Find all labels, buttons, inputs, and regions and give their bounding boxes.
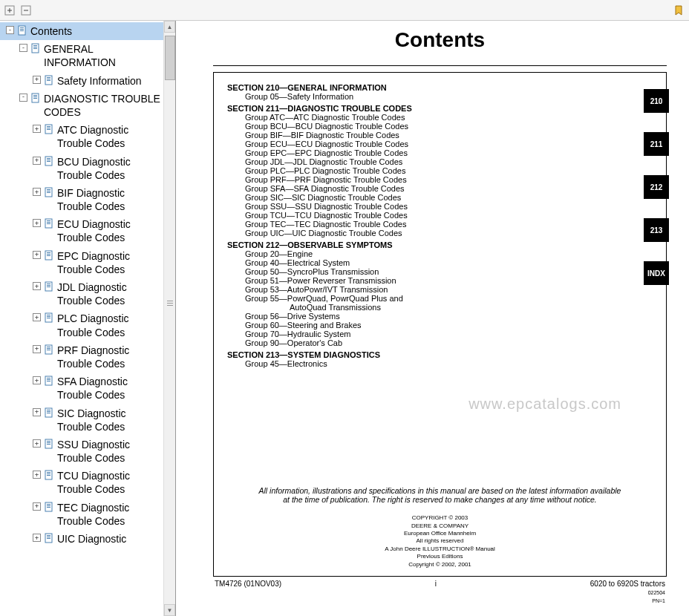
svg-rect-70 (47, 504, 50, 505)
svg-rect-44 (47, 286, 50, 287)
tree-item-label: JDL Diagnostic Trouble Codes (57, 281, 160, 307)
expand-icon[interactable]: + (33, 282, 41, 290)
document-icon (44, 312, 54, 323)
svg-rect-50 (47, 347, 50, 347)
group-line: AutoQuad Transmissions (227, 303, 653, 312)
page-area[interactable]: Contents SECTION 210—GENERAL INFORMATION… (176, 21, 689, 616)
section-tab-210[interactable]: 210 (644, 89, 669, 113)
tree-item[interactable]: +SIC Diagnostic Trouble Codes (0, 404, 163, 436)
page-body: SECTION 210—GENERAL INFORMATIONGroup 05—… (213, 72, 667, 577)
bookmark-options-icon[interactable] (673, 4, 686, 17)
expand-icon[interactable]: + (33, 125, 41, 133)
expand-icon[interactable]: + (33, 313, 41, 321)
expand-icon[interactable]: + (33, 439, 41, 448)
tree-item[interactable]: -GENERAL INFORMATION (0, 40, 163, 71)
collapse-all-icon[interactable] (19, 4, 33, 17)
section-tab-indx[interactable]: INDX (644, 261, 669, 285)
expand-icon[interactable]: + (33, 219, 41, 227)
collapse-icon[interactable]: - (6, 26, 14, 34)
document-icon (44, 407, 54, 418)
tree-item[interactable]: +ECU Diagnostic Trouble Codes (0, 215, 163, 246)
group-line: Group EPC—EPC Diagnostic Trouble Codes (227, 148, 653, 157)
copyright-line: Copyright © 2002, 2001 (227, 561, 653, 569)
svg-rect-64 (47, 444, 50, 445)
svg-rect-38 (47, 252, 50, 253)
tree-item[interactable]: +JDL Diagnostic Trouble Codes (0, 278, 163, 309)
scroll-up-arrow[interactable]: ▲ (164, 21, 175, 33)
copyright-line: European Office Mannheim (227, 530, 653, 537)
svg-rect-56 (47, 381, 50, 381)
tree-item[interactable]: +SFA Diagnostic Trouble Codes (0, 373, 163, 404)
svg-rect-32 (47, 192, 50, 193)
tree-item-label: TEC Diagnostic Trouble Codes (57, 501, 160, 528)
expand-icon[interactable]: + (33, 251, 41, 259)
section-tab-212[interactable]: 212 (644, 175, 669, 199)
expand-icon[interactable]: + (33, 376, 41, 384)
expand-icon[interactable]: + (33, 534, 41, 542)
section-heading: SECTION 212—OBSERVABLE SYMPTOMS (227, 240, 653, 249)
tree-item[interactable]: +EPC Diagnostic Trouble Codes (0, 247, 163, 278)
watermark: www.epcatalogs.com (468, 396, 621, 413)
svg-rect-62 (47, 441, 50, 442)
sidebar-scrollbar[interactable]: ▲ ▼ (163, 21, 175, 616)
scrollbar-thumb[interactable] (165, 36, 175, 80)
svg-rect-51 (47, 348, 50, 349)
group-line: Group 70—Hydraulic System (227, 330, 653, 338)
group-line: Group 56—Drive Systems (227, 312, 653, 321)
document-icon (44, 439, 54, 449)
tree-item-label: ECU Diagnostic Trouble Codes (57, 217, 160, 244)
collapse-icon[interactable]: - (19, 94, 27, 102)
tree-item[interactable]: +SSU Diagnostic Trouble Codes (0, 436, 163, 467)
group-line: Group 60—Steering and Brakes (227, 321, 653, 330)
svg-rect-10 (33, 45, 37, 46)
tree-item[interactable]: -Contents (0, 22, 163, 40)
tree-item-label: ATC Diagnostic Trouble Codes (57, 123, 160, 150)
svg-rect-22 (47, 126, 50, 127)
scroll-down-arrow[interactable]: ▼ (164, 604, 175, 616)
tree-item[interactable]: +UIC Diagnostic (0, 530, 163, 548)
collapse-icon[interactable]: - (19, 44, 27, 52)
svg-rect-23 (47, 128, 50, 128)
tree-item[interactable]: +PLC Diagnostic Trouble Codes (0, 309, 163, 341)
svg-rect-15 (47, 79, 50, 79)
svg-rect-48 (47, 318, 50, 318)
svg-rect-7 (20, 29, 24, 30)
expand-icon[interactable]: + (33, 345, 41, 353)
expand-icon[interactable]: + (33, 76, 41, 84)
tree-item[interactable]: +ATC Diagnostic Trouble Codes (0, 121, 163, 152)
svg-rect-34 (47, 220, 50, 221)
svg-rect-36 (47, 223, 50, 224)
document-icon (44, 250, 54, 261)
group-line: Group 90—Operator's Cab (227, 338, 653, 347)
tree-item-label: GENERAL INFORMATION (44, 42, 160, 69)
svg-rect-55 (47, 379, 50, 380)
group-line: Group 45—Electronics (227, 359, 653, 368)
tree-item[interactable]: +BCU Diagnostic Trouble Codes (0, 153, 163, 184)
group-line: Group SIC—SIC Diagnostic Trouble Codes (227, 193, 653, 202)
document-icon (30, 43, 41, 53)
tree-item[interactable]: -DIAGNOSTIC TROUBLE CODES (0, 90, 163, 121)
svg-rect-58 (47, 410, 50, 410)
svg-rect-11 (33, 47, 37, 47)
tree-item[interactable]: +TEC Diagnostic Trouble Codes (0, 499, 163, 530)
tree-item[interactable]: +PRF Diagnostic Trouble Codes (0, 341, 163, 373)
group-line: Group TEC—TEC Diagnostic Trouble Codes (227, 220, 653, 229)
section-tab-211[interactable]: 211 (644, 132, 669, 156)
expand-icon[interactable]: + (33, 188, 41, 196)
svg-rect-6 (20, 27, 24, 28)
expand-icon[interactable]: + (33, 502, 41, 511)
expand-all-icon[interactable] (3, 4, 16, 17)
section-tab-213[interactable]: 213 (644, 218, 669, 242)
tree-item[interactable]: +TCU Diagnostic Trouble Codes (0, 467, 163, 498)
bookmarks-tree: -Contents-GENERAL INFORMATION+Safety Inf… (0, 21, 163, 616)
expand-icon[interactable]: + (33, 471, 41, 479)
svg-rect-14 (47, 77, 50, 78)
document-icon (30, 93, 41, 103)
expand-icon[interactable]: + (33, 408, 41, 416)
group-line: Group SSU—SSU Diagnostic Trouble Codes (227, 202, 653, 211)
group-line: Group 50—SyncroPlus Transmission (227, 267, 653, 276)
group-line: Group PRF—PRF Diagnostic Trouble Codes (227, 175, 653, 184)
tree-item[interactable]: +BIF Diagnostic Trouble Codes (0, 184, 163, 215)
expand-icon[interactable]: + (33, 157, 41, 165)
tree-item[interactable]: +Safety Information (0, 72, 163, 90)
